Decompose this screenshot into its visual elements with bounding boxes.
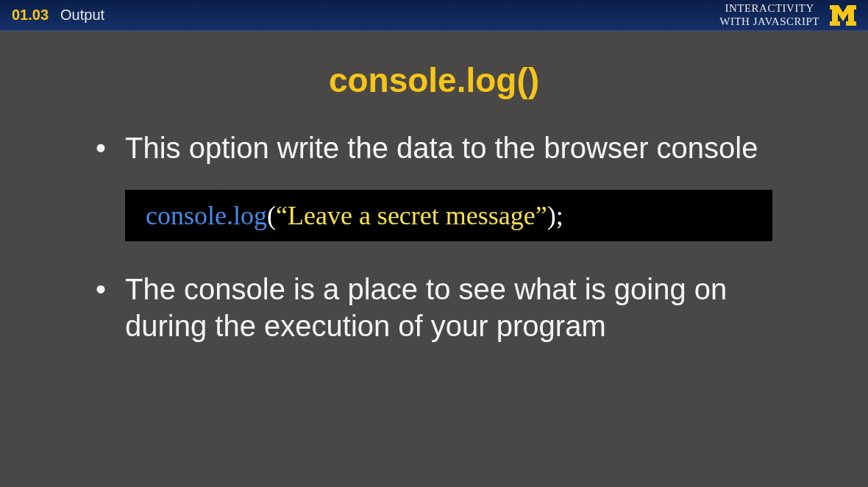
list-item: The console is a place to see what is go… [96,271,824,344]
header-title: Output [60,7,104,24]
bullet-list: This option write the data to the browse… [44,129,824,166]
list-item: This option write the data to the browse… [96,129,824,166]
code-token-paren: ( [267,201,276,230]
course-name: INTERACTIVITY WITH JAVASCRIPT [719,2,819,28]
header-right: INTERACTIVITY WITH JAVASCRIPT [719,2,856,28]
slide-content: console.log() This option write the data… [0,31,868,344]
slide-heading: console.log() [44,60,824,100]
course-line-1: INTERACTIVITY [719,2,819,15]
code-example: console.log(“Leave a secret message”); [125,190,772,241]
code-token-string: “Leave a secret message” [276,201,547,230]
code-token-end: ); [547,201,563,230]
course-line-2: WITH JAVASCRIPT [719,15,819,28]
code-token-function: console.log [146,201,267,230]
bullet-list: The console is a place to see what is go… [44,271,824,344]
michigan-logo-icon [830,5,856,26]
header-bar: 01.03 Output INTERACTIVITY WITH JAVASCRI… [0,0,868,31]
slide-number: 01.03 [12,7,49,24]
